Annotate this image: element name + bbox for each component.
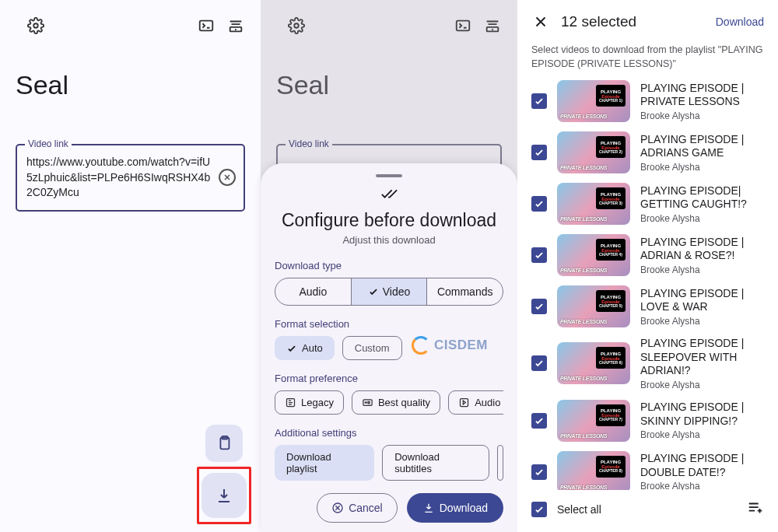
format-selection-label: Format selection bbox=[275, 318, 503, 330]
video-meta: PLAYING EPISODE | SLEEPOVER WITH ADRIAN!… bbox=[640, 337, 764, 390]
playlist-add-icon[interactable] bbox=[747, 499, 764, 520]
video-thumbnail: PLAYINGEpisodeCHAPTER 3) PRIVATE LESSONS bbox=[557, 183, 630, 225]
additional-settings-label: Additional settings bbox=[275, 427, 503, 439]
setting-download-playlist[interactable]: Download playlist bbox=[275, 445, 374, 481]
row-checkbox[interactable] bbox=[531, 299, 547, 314]
video-thumbnail: PLAYINGEpisodeCHAPTER 2) PRIVATE LESSONS bbox=[557, 131, 630, 173]
video-author: Brooke Alysha bbox=[640, 316, 764, 327]
video-meta: PLAYING EPISODE| GETTING CAUGHT!? Brooke… bbox=[640, 184, 764, 224]
video-title: PLAYING EPISODE | ADRIANS GAME bbox=[640, 133, 764, 160]
gear-icon[interactable] bbox=[26, 16, 45, 35]
pref-best-quality[interactable]: Best quality bbox=[352, 390, 440, 415]
configure-sheet: Configure before download Adjust this do… bbox=[261, 163, 517, 532]
row-checkbox[interactable] bbox=[531, 355, 547, 371]
video-meta: PLAYING EPISODE | PRIVATE LESSONS Brooke… bbox=[640, 82, 764, 121]
video-author: Brooke Alysha bbox=[640, 213, 764, 224]
format-auto[interactable]: Auto bbox=[275, 336, 335, 360]
panel-configure: Seal Video link Configure before downloa… bbox=[261, 0, 517, 532]
download-button[interactable]: Download bbox=[407, 493, 503, 523]
app-title: Seal bbox=[276, 70, 502, 100]
playlist-note: Select videos to download from the playl… bbox=[517, 44, 778, 71]
video-thumbnail: PLAYINGEpisodeCHAPTER 5) PRIVATE LESSONS bbox=[557, 285, 630, 327]
row-checkbox[interactable] bbox=[531, 247, 547, 263]
playlist-footer: Select all bbox=[517, 490, 778, 532]
video-author: Brooke Alysha bbox=[640, 162, 764, 173]
svg-point-5 bbox=[294, 23, 299, 28]
setting-download-subtitles[interactable]: Download subtitles bbox=[382, 445, 489, 481]
video-author: Brooke Alysha bbox=[640, 110, 764, 121]
paste-button[interactable] bbox=[205, 425, 243, 462]
video-title: PLAYING EPISODE | DOUBLE DATE!? bbox=[640, 452, 764, 479]
type-audio[interactable]: Audio bbox=[275, 278, 351, 305]
queue-icon[interactable] bbox=[483, 16, 502, 35]
video-author: Brooke Alysha bbox=[640, 481, 764, 490]
close-icon[interactable] bbox=[531, 12, 550, 31]
panel-playlist-select: 12 selected Download Select videos to do… bbox=[517, 0, 778, 532]
gear-icon[interactable] bbox=[287, 16, 306, 35]
done-all-icon[interactable] bbox=[275, 185, 503, 202]
video-title: PLAYING EPISODE | LOVE & WAR bbox=[640, 287, 764, 314]
svg-rect-10 bbox=[461, 399, 468, 407]
additional-settings-chips: Download playlist Download subtitles bbox=[275, 445, 503, 481]
svg-rect-6 bbox=[457, 21, 470, 31]
video-meta: PLAYING EPISODE | SKINNY DIPPING!? Brook… bbox=[640, 401, 764, 440]
queue-icon[interactable] bbox=[226, 16, 245, 35]
video-meta: PLAYING EPISODE | ADRIAN & ROSE?! Brooke… bbox=[640, 236, 764, 275]
sheet-title: Configure before download bbox=[275, 210, 503, 231]
playlist-row[interactable]: PLAYINGEpisodeCHAPTER 8) PRIVATE LESSONS… bbox=[531, 451, 764, 491]
video-author: Brooke Alysha bbox=[640, 429, 764, 440]
video-title: PLAYING EPISODE | SKINNY DIPPING!? bbox=[640, 401, 764, 428]
download-type-segment: Audio Video Commands bbox=[275, 278, 503, 306]
terminal-icon[interactable] bbox=[197, 16, 216, 35]
topbar bbox=[276, 14, 502, 37]
setting-more[interactable] bbox=[497, 445, 503, 481]
row-checkbox[interactable] bbox=[531, 93, 547, 109]
sheet-subtitle: Adjust this download bbox=[275, 234, 503, 246]
select-all-label: Select all bbox=[557, 503, 737, 516]
playlist-header: 12 selected Download bbox=[517, 0, 778, 44]
video-title: PLAYING EPISODE| GETTING CAUGHT!? bbox=[640, 184, 764, 212]
svg-rect-1 bbox=[200, 21, 213, 31]
playlist-list: PLAYINGEpisodeCHAPTER 1) PRIVATE LESSONS… bbox=[517, 80, 778, 490]
pref-legacy[interactable]: Legacy bbox=[275, 390, 344, 415]
cancel-button[interactable]: Cancel bbox=[317, 493, 398, 523]
video-meta: PLAYING EPISODE | LOVE & WAR Brooke Alys… bbox=[640, 287, 764, 327]
format-custom[interactable]: Custom bbox=[342, 336, 402, 360]
pref-audio-format[interactable]: Audio form bbox=[448, 390, 503, 415]
video-link-label: Video link bbox=[286, 138, 332, 149]
video-thumbnail: PLAYINGEpisodeCHAPTER 8) PRIVATE LESSONS bbox=[557, 451, 630, 491]
format-preference-label: Format preference bbox=[275, 373, 503, 384]
video-link-input[interactable]: Video link https://www.youtube.com/watch… bbox=[16, 144, 245, 212]
row-checkbox[interactable] bbox=[531, 145, 547, 160]
select-all-checkbox[interactable] bbox=[531, 502, 547, 517]
playlist-row[interactable]: PLAYINGEpisodeCHAPTER 6) PRIVATE LESSONS… bbox=[531, 337, 764, 390]
video-thumbnail: PLAYINGEpisodeCHAPTER 6) PRIVATE LESSONS bbox=[557, 342, 630, 384]
video-meta: PLAYING EPISODE | DOUBLE DATE!? Brooke A… bbox=[640, 452, 764, 490]
clear-icon[interactable] bbox=[219, 169, 236, 186]
panel-main: Seal Video link https://www.youtube.com/… bbox=[0, 0, 261, 532]
selected-count: 12 selected bbox=[561, 13, 705, 30]
playlist-row[interactable]: PLAYINGEpisodeCHAPTER 1) PRIVATE LESSONS… bbox=[531, 80, 764, 122]
type-video[interactable]: Video bbox=[351, 278, 427, 305]
video-meta: PLAYING EPISODE | ADRIANS GAME Brooke Al… bbox=[640, 133, 764, 173]
app-title: Seal bbox=[16, 70, 245, 100]
watermark: CISDEM bbox=[412, 336, 488, 355]
playlist-row[interactable]: PLAYINGEpisodeCHAPTER 2) PRIVATE LESSONS… bbox=[531, 131, 764, 173]
playlist-row[interactable]: PLAYINGEpisodeCHAPTER 5) PRIVATE LESSONS… bbox=[531, 285, 764, 327]
drag-handle[interactable] bbox=[376, 174, 402, 177]
playlist-row[interactable]: PLAYINGEpisodeCHAPTER 3) PRIVATE LESSONS… bbox=[531, 183, 764, 225]
video-link-value: https://www.youtube.com/watch?v=ifU5zLph… bbox=[26, 155, 212, 201]
row-checkbox[interactable] bbox=[531, 464, 547, 480]
playlist-row[interactable]: PLAYINGEpisodeCHAPTER 7) PRIVATE LESSONS… bbox=[531, 400, 764, 442]
type-commands[interactable]: Commands bbox=[426, 278, 503, 305]
sheet-buttons: Cancel Download bbox=[275, 493, 503, 523]
row-checkbox[interactable] bbox=[531, 196, 547, 212]
terminal-icon[interactable] bbox=[454, 16, 472, 35]
row-checkbox[interactable] bbox=[531, 413, 547, 429]
video-title: PLAYING EPISODE | SLEEPOVER WITH ADRIAN!… bbox=[640, 337, 764, 378]
video-author: Brooke Alysha bbox=[640, 264, 764, 275]
video-author: Brooke Alysha bbox=[640, 380, 764, 390]
download-link[interactable]: Download bbox=[716, 16, 764, 28]
format-preference-row: Legacy Best quality Audio form bbox=[275, 390, 503, 415]
playlist-row[interactable]: PLAYINGEpisodeCHAPTER 4) PRIVATE LESSONS… bbox=[531, 234, 764, 276]
